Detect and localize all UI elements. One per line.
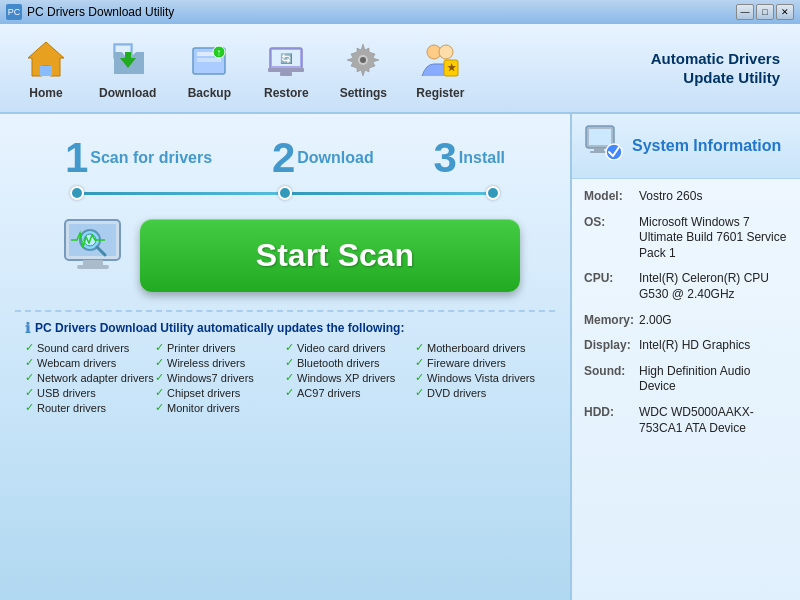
step3-number: 3 bbox=[433, 134, 456, 182]
brand-line2: Update Utility bbox=[651, 68, 780, 88]
step1-number: 1 bbox=[65, 134, 88, 182]
left-content: 1 Scan for drivers 2 Download 3 Install bbox=[0, 114, 570, 600]
memory-label: Memory: bbox=[584, 313, 639, 329]
list-item: ✓Network adapter drivers bbox=[25, 371, 155, 384]
step2-label: Download bbox=[297, 149, 373, 167]
line-1 bbox=[84, 192, 278, 195]
info-message: PC Drivers Download Utility automaticall… bbox=[35, 321, 404, 335]
svg-rect-30 bbox=[77, 265, 109, 269]
svg-text:🔄: 🔄 bbox=[280, 52, 293, 65]
step-2: 2 Download bbox=[272, 134, 374, 182]
register-label: Register bbox=[416, 86, 464, 100]
hdd-value: WDC WD5000AAKX-753CA1 ATA Device bbox=[639, 405, 788, 436]
list-item: ✓AC97 drivers bbox=[285, 386, 415, 399]
list-item: ✓Sound card drivers bbox=[25, 341, 155, 354]
toolbar-item-restore[interactable]: 🔄 Restore bbox=[250, 30, 322, 106]
svg-rect-29 bbox=[83, 260, 103, 265]
svg-point-19 bbox=[360, 57, 366, 63]
check-icon: ✓ bbox=[415, 356, 424, 369]
start-scan-button[interactable]: Start Scan bbox=[140, 219, 520, 292]
list-item: ✓Windows7 drivers bbox=[155, 371, 285, 384]
svg-text:↑: ↑ bbox=[217, 47, 222, 58]
check-icon: ✓ bbox=[285, 371, 294, 384]
check-icon: ✓ bbox=[155, 401, 164, 414]
list-item: ✓DVD drivers bbox=[415, 386, 545, 399]
cpu-label: CPU: bbox=[584, 271, 639, 302]
svg-rect-1 bbox=[40, 66, 52, 76]
toolbar-item-backup[interactable]: ↑ Backup bbox=[173, 30, 245, 106]
app-icon: PC bbox=[6, 4, 22, 20]
toolbar-item-settings[interactable]: Settings bbox=[327, 30, 399, 106]
check-icon: ✓ bbox=[25, 356, 34, 369]
dot-1 bbox=[70, 186, 84, 200]
toolbar-item-download[interactable]: Download bbox=[87, 30, 168, 106]
toolbar-item-home[interactable]: Home bbox=[10, 30, 82, 106]
sys-info-display: Display: Intel(R) HD Graphics bbox=[584, 338, 788, 354]
check-icon: ✓ bbox=[285, 356, 294, 369]
svg-rect-15 bbox=[280, 72, 292, 76]
restore-icon: 🔄 bbox=[262, 36, 310, 84]
sys-info-model: Model: Vostro 260s bbox=[584, 189, 788, 205]
memory-value: 2.00G bbox=[639, 313, 788, 329]
sys-info-sound: Sound: High Definition Audio Device bbox=[584, 364, 788, 395]
restore-label: Restore bbox=[264, 86, 309, 100]
toolbar-item-register[interactable]: ★ Register bbox=[404, 30, 476, 106]
os-value: Microsoft Windows 7 Ultimate Build 7601 … bbox=[639, 215, 788, 262]
driver-grid: ✓Sound card drivers ✓Webcam drivers ✓Net… bbox=[25, 341, 545, 414]
backup-label: Backup bbox=[188, 86, 231, 100]
model-value: Vostro 260s bbox=[639, 189, 788, 205]
check-icon: ✓ bbox=[155, 386, 164, 399]
hdd-label: HDD: bbox=[584, 405, 639, 436]
check-icon: ✓ bbox=[415, 386, 424, 399]
display-value: Intel(R) HD Graphics bbox=[639, 338, 788, 354]
list-item: ✓Video card drivers bbox=[285, 341, 415, 354]
list-item: ✓Router drivers bbox=[25, 401, 155, 414]
step1-label: Scan for drivers bbox=[90, 149, 212, 167]
system-info-header: System Information bbox=[572, 114, 800, 179]
title-bar: PC PC Drivers Download Utility — □ ✕ bbox=[0, 0, 800, 24]
dot-2 bbox=[278, 186, 292, 200]
list-item: ✓USB drivers bbox=[25, 386, 155, 399]
list-item: ✓Webcam drivers bbox=[25, 356, 155, 369]
toolbar: Home Download ↑ bbox=[0, 24, 800, 114]
right-panel: System Information Model: Vostro 260s OS… bbox=[570, 114, 800, 600]
display-label: Display: bbox=[584, 338, 639, 354]
info-section: ℹ PC Drivers Download Utility automatica… bbox=[15, 310, 555, 419]
brand-line1: Automatic Drivers bbox=[651, 49, 780, 69]
step2-number: 2 bbox=[272, 134, 295, 182]
svg-rect-6 bbox=[125, 52, 131, 62]
minimize-button[interactable]: — bbox=[736, 4, 754, 20]
info-title: ℹ PC Drivers Download Utility automatica… bbox=[25, 320, 545, 336]
svg-text:★: ★ bbox=[447, 62, 457, 73]
register-icon: ★ bbox=[416, 36, 464, 84]
cpu-value: Intel(R) Celeron(R) CPU G530 @ 2.40GHz bbox=[639, 271, 788, 302]
sys-info-os: OS: Microsoft Windows 7 Ultimate Build 7… bbox=[584, 215, 788, 262]
system-info-body: Model: Vostro 260s OS: Microsoft Windows… bbox=[572, 179, 800, 456]
svg-rect-32 bbox=[589, 129, 611, 145]
title-bar-controls: — □ ✕ bbox=[736, 4, 794, 20]
sys-info-hdd: HDD: WDC WD5000AAKX-753CA1 ATA Device bbox=[584, 405, 788, 436]
check-icon: ✓ bbox=[25, 401, 34, 414]
system-info-icon bbox=[584, 124, 624, 168]
check-icon: ✓ bbox=[285, 341, 294, 354]
system-info-title: System Information bbox=[632, 137, 781, 155]
check-icon: ✓ bbox=[155, 371, 164, 384]
close-button[interactable]: ✕ bbox=[776, 4, 794, 20]
toolbar-brand: Automatic Drivers Update Utility bbox=[651, 49, 790, 88]
line-2 bbox=[292, 192, 486, 195]
steps-row: 1 Scan for drivers 2 Download 3 Install bbox=[15, 124, 555, 182]
list-item: ✓Wireless drivers bbox=[155, 356, 285, 369]
steps-dots-line bbox=[15, 186, 555, 200]
list-item: ✓Motherboard drivers bbox=[415, 341, 545, 354]
list-item: ✓Fireware drivers bbox=[415, 356, 545, 369]
maximize-button[interactable]: □ bbox=[756, 4, 774, 20]
settings-label: Settings bbox=[340, 86, 387, 100]
list-item: ✓Bluetooth drivers bbox=[285, 356, 415, 369]
list-item: ✓Windows XP drivers bbox=[285, 371, 415, 384]
title-bar-text: PC Drivers Download Utility bbox=[27, 5, 174, 19]
svg-point-21 bbox=[439, 45, 453, 59]
check-icon: ✓ bbox=[25, 386, 34, 399]
step-1: 1 Scan for drivers bbox=[65, 134, 212, 182]
main-area: 1 Scan for drivers 2 Download 3 Install bbox=[0, 114, 800, 600]
dot-3 bbox=[486, 186, 500, 200]
